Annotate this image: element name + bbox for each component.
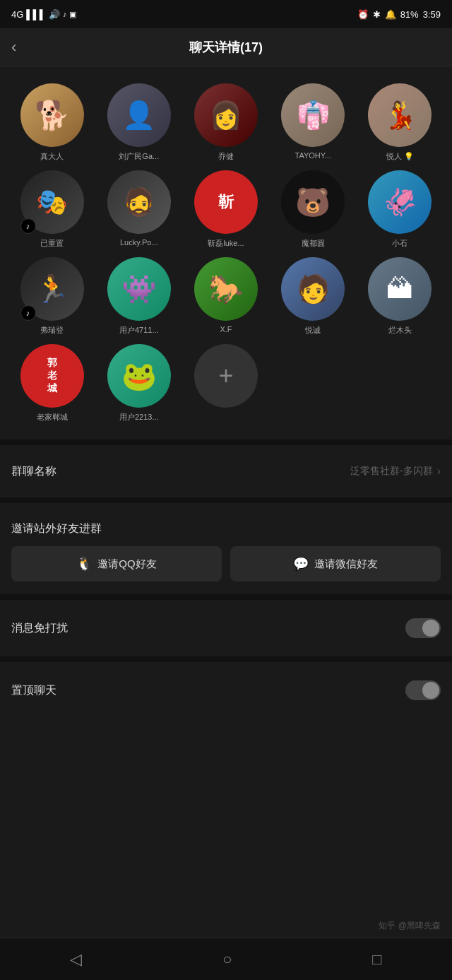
invite-wechat-button[interactable]: 💬 邀请微信好友 <box>230 546 441 581</box>
members-grid: 🐕 真大人 👤 刘广民Ga... 👩 乔健 <box>11 83 441 423</box>
member-item[interactable]: 🐕 真大人 <box>11 83 93 162</box>
avatar: 🐸 <box>107 344 171 408</box>
page-title: 聊天详情(17) <box>189 39 263 56</box>
members-section: 🐕 真大人 👤 刘广民Ga... 👩 乔健 <box>0 66 452 434</box>
member-name: 魔都圆 <box>281 238 345 249</box>
add-member-button[interactable]: + <box>194 344 258 408</box>
status-bar: 4G ▌▌▌ 🔊 ♪ ▣ ⏰ ✱ 🔔 81% 3:59 <box>0 0 452 28</box>
toggle-knob-pin <box>422 682 439 699</box>
member-name: 悦诚 <box>281 325 345 336</box>
wechat-icon: 💬 <box>293 556 309 572</box>
member-item[interactable]: 🧔 Lucky.Po... <box>98 170 179 249</box>
tiktok-badge: ♪ <box>20 305 36 321</box>
add-member-item[interactable]: + <box>185 344 266 423</box>
extra-icon: ▣ <box>69 10 76 19</box>
avatar: 🐻 <box>281 170 345 234</box>
back-button[interactable]: ‹ <box>11 38 16 57</box>
page-header: ‹ 聊天详情(17) <box>0 28 452 66</box>
avatar: 🐕 <box>20 83 84 147</box>
member-item[interactable]: 🏔 烂木头 <box>359 257 441 336</box>
group-name-label: 群聊名称 <box>11 464 56 479</box>
member-name: 刘广民Ga... <box>107 151 171 162</box>
member-name: Lucky.Po... <box>107 238 171 247</box>
avatar: 👩 <box>194 83 258 147</box>
member-item[interactable]: 郭老城 老家郸城 <box>11 344 93 423</box>
qq-icon: 🐧 <box>76 556 92 572</box>
member-item[interactable]: 👤 刘广民Ga... <box>98 83 179 162</box>
member-item[interactable]: 🎭 ♪ 已重置 <box>11 170 93 249</box>
avatar: 👾 <box>107 257 171 321</box>
avatar: 🦑 <box>368 170 432 234</box>
avatar: 🧑 <box>281 257 345 321</box>
bottom-nav: ◁ ○ □ <box>0 938 452 980</box>
avatar: 🐎 <box>194 257 258 321</box>
section-divider-2 <box>0 497 452 503</box>
group-name-text: 泛零售社群-多闪群 <box>350 465 433 478</box>
nav-home-icon: ○ <box>222 950 232 969</box>
signal-bars: ▌▌▌ <box>26 9 46 20</box>
invite-qq-button[interactable]: 🐧 邀请QQ好友 <box>11 546 222 581</box>
member-item[interactable]: 👘 TAYOHY... <box>273 83 354 162</box>
invite-section: 邀请站外好友进群 🐧 邀请QQ好友 💬 邀请微信好友 <box>0 509 452 589</box>
dnd-row: 消息免打扰 <box>11 606 441 651</box>
wifi-icon: 🔊 <box>49 9 60 20</box>
member-name: 老家郸城 <box>20 412 84 423</box>
settings-section: 群聊名称 泛零售社群-多闪群 › <box>0 451 452 492</box>
member-name: X.F <box>194 325 258 333</box>
member-name: 靳磊luke... <box>194 238 258 249</box>
section-divider <box>0 439 452 445</box>
member-item[interactable]: 🐻 魔都圆 <box>273 170 354 249</box>
pin-row: 置顶聊天 <box>11 668 441 713</box>
nav-recent-button[interactable]: □ <box>372 950 381 969</box>
member-item[interactable]: 🐸 用户2213... <box>98 344 179 423</box>
member-name: 弗瑞登 <box>20 325 84 336</box>
avatar: 🧔 <box>107 170 171 234</box>
member-item[interactable]: 👾 用户4711... <box>98 257 179 336</box>
network-icon: 4G <box>11 9 23 20</box>
member-item[interactable]: 🏃 ♪ 弗瑞登 <box>11 257 93 336</box>
bluetooth-icon: ✱ <box>373 9 381 20</box>
invite-title: 邀请站外好友进群 <box>11 521 441 536</box>
member-item[interactable]: 🧑 悦诚 <box>273 257 354 336</box>
nav-home-button[interactable]: ○ <box>222 950 232 969</box>
tiktok-badge: ♪ <box>20 218 36 234</box>
chevron-right-icon: › <box>437 465 441 478</box>
tiktok-icon: ♪ <box>63 10 67 18</box>
volume-icon: 🔔 <box>385 9 396 20</box>
member-name: 真大人 <box>20 151 84 162</box>
alarm-icon: ⏰ <box>357 9 369 20</box>
battery-text: 81% <box>400 9 419 20</box>
dnd-label: 消息免打扰 <box>11 621 68 636</box>
member-item[interactable]: 💃 悦人 💡 <box>359 83 441 162</box>
avatar: 靳 <box>194 170 258 234</box>
invite-qq-label: 邀请QQ好友 <box>97 557 156 571</box>
member-name: 用户4711... <box>107 325 171 336</box>
avatar: 郭老城 <box>20 344 84 408</box>
avatar: 💃 <box>368 83 432 147</box>
member-item[interactable]: 👩 乔健 <box>185 83 266 162</box>
member-name: 乔健 <box>194 151 258 162</box>
time-display: 3:59 <box>423 9 441 20</box>
member-name: 烂木头 <box>368 325 432 336</box>
pin-label: 置顶聊天 <box>11 683 56 698</box>
group-name-row[interactable]: 群聊名称 泛零售社群-多闪群 › <box>11 451 441 492</box>
avatar: 👤 <box>107 83 171 147</box>
nav-recent-icon: □ <box>372 950 381 969</box>
status-right: ⏰ ✱ 🔔 81% 3:59 <box>357 9 441 20</box>
avatar: 👘 <box>281 83 345 147</box>
dnd-toggle[interactable] <box>405 618 441 638</box>
member-name: 小石 <box>368 238 432 249</box>
member-item[interactable]: 🦑 小石 <box>359 170 441 249</box>
status-left: 4G ▌▌▌ 🔊 ♪ ▣ <box>11 9 76 20</box>
pin-toggle[interactable] <box>405 680 441 700</box>
nav-back-button[interactable]: ◁ <box>70 950 82 969</box>
invite-buttons: 🐧 邀请QQ好友 💬 邀请微信好友 <box>11 546 441 581</box>
group-name-value: 泛零售社群-多闪群 › <box>350 465 441 478</box>
member-item[interactable]: 🐎 X.F <box>185 257 266 336</box>
member-name: 已重置 <box>20 238 84 249</box>
member-item[interactable]: 靳 靳磊luke... <box>185 170 266 249</box>
watermark: 知乎 @黑啤先森 <box>379 920 441 932</box>
plus-icon: + <box>218 361 233 391</box>
toggle-knob <box>422 620 439 637</box>
member-name: 用户2213... <box>107 412 171 423</box>
